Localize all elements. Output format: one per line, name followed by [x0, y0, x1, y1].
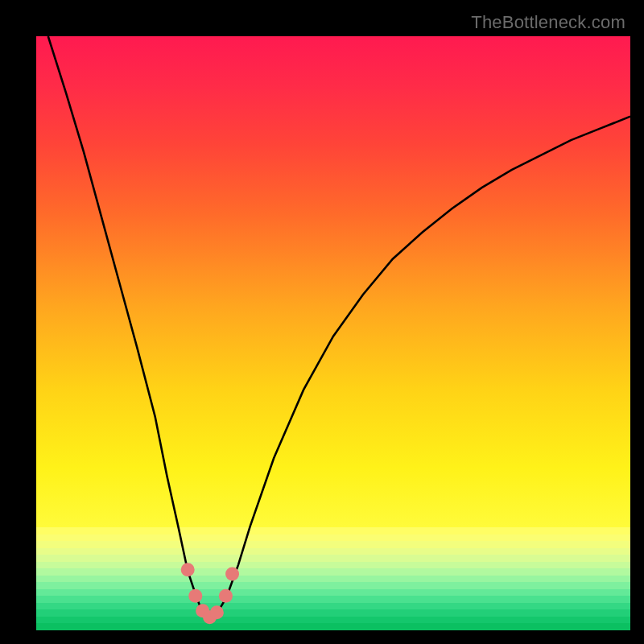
plot-area	[36, 36, 630, 630]
curve-marker	[210, 605, 224, 619]
curve-marker	[181, 563, 195, 576]
curve-marker	[188, 589, 202, 603]
chart-frame: TheBottleneck.com	[10, 10, 634, 634]
curve-markers	[181, 563, 239, 624]
curve-path	[48, 36, 630, 618]
curve-marker	[225, 567, 239, 580]
curve-marker	[219, 589, 233, 603]
bottleneck-curve	[36, 36, 630, 630]
watermark-text: TheBottleneck.com	[471, 12, 625, 33]
